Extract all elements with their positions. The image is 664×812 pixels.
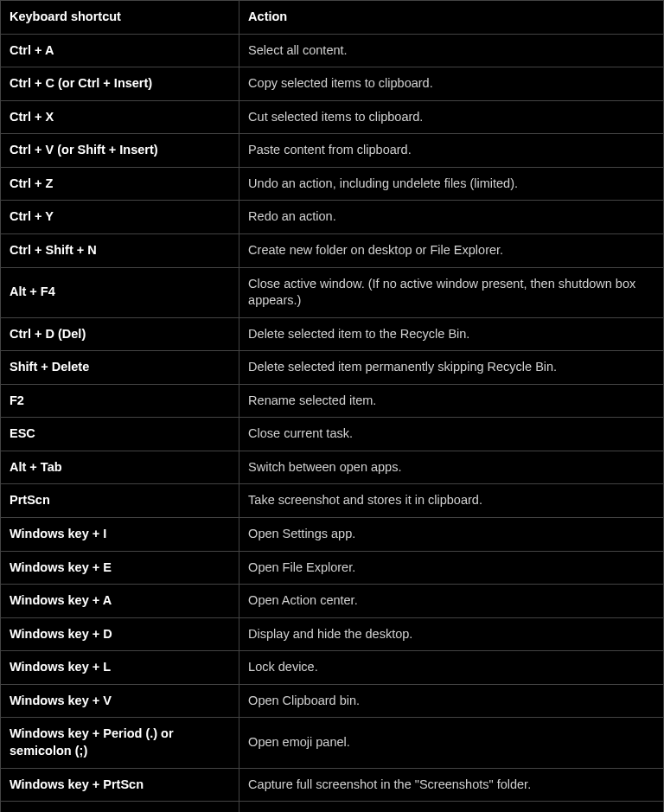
shortcut-cell: Windows key + Shift + S	[1, 802, 239, 812]
shortcut-cell: PrtScn	[1, 484, 239, 518]
shortcut-cell: Windows key + PrtScn	[1, 768, 239, 802]
shortcut-cell: Ctrl + Z	[1, 167, 239, 201]
action-cell: Open Settings app.	[239, 518, 664, 552]
action-cell: Open File Explorer.	[239, 551, 664, 585]
action-cell: Create new folder on desktop or File Exp…	[239, 233, 664, 267]
table-row: ESCClose current task.	[1, 418, 664, 451]
table-row: PrtScnTake screenshot and stores it in c…	[1, 484, 664, 518]
action-cell: Select all content.	[239, 34, 664, 67]
shortcut-cell: Ctrl + Shift + N	[1, 233, 239, 267]
action-cell: Redo an action.	[239, 201, 664, 234]
shortcut-cell: Windows key + A	[1, 585, 239, 618]
shortcut-cell: Ctrl + X	[1, 100, 239, 134]
table-row: F2Rename selected item.	[1, 384, 664, 418]
action-cell: Switch between open apps.	[239, 451, 664, 484]
action-cell: Take screenshot and stores it in clipboa…	[239, 484, 664, 518]
action-cell: Cut selected items to clipboard.	[239, 100, 664, 134]
action-cell: Capture full screenshot in the "Screensh…	[239, 768, 664, 802]
action-cell: Open emoji panel.	[239, 718, 664, 768]
action-cell: Delete selected item to the Recycle Bin.	[239, 317, 664, 351]
shortcut-cell: Shift + Delete	[1, 351, 239, 385]
shortcut-cell: Windows key + Period (.) or semicolon (;…	[1, 718, 239, 768]
action-cell: Capture part of the screen with Snip & S…	[239, 802, 664, 812]
table-row: Alt + TabSwitch between open apps.	[1, 451, 664, 484]
shortcut-cell: ESC	[1, 418, 239, 451]
table-row: Shift + DeleteDelete selected item perma…	[1, 351, 664, 385]
action-cell: Close active window. (If no active windo…	[239, 267, 664, 317]
action-cell: Paste content from clipboard.	[239, 134, 664, 168]
shortcut-cell: Windows key + D	[1, 617, 239, 651]
shortcut-cell: Ctrl + D (Del)	[1, 317, 239, 351]
table-row: Windows key + Period (.) or semicolon (;…	[1, 718, 664, 768]
table-row: Ctrl + Shift + NCreate new folder on des…	[1, 233, 664, 267]
shortcut-cell: Windows key + I	[1, 518, 239, 552]
table-row: Windows key + DDisplay and hide the desk…	[1, 617, 664, 651]
shortcut-cell: Alt + F4	[1, 267, 239, 317]
action-cell: Delete selected item permanently skippin…	[239, 351, 664, 385]
action-cell: Display and hide the desktop.	[239, 617, 664, 651]
shortcut-cell: Windows key + E	[1, 551, 239, 585]
table-row: Ctrl + D (Del)Delete selected item to th…	[1, 317, 664, 351]
table-row: Windows key + PrtScnCapture full screens…	[1, 768, 664, 802]
table-row: Ctrl + XCut selected items to clipboard.	[1, 100, 664, 134]
shortcut-cell: F2	[1, 384, 239, 418]
action-cell: Open Clipboard bin.	[239, 684, 664, 718]
shortcut-cell: Ctrl + A	[1, 34, 239, 67]
action-cell: Close current task.	[239, 418, 664, 451]
action-cell: Lock device.	[239, 651, 664, 685]
table-header-row: Keyboard shortcut Action	[1, 1, 664, 35]
shortcut-cell: Ctrl + V (or Shift + Insert)	[1, 134, 239, 168]
table-row: Windows key + Shift + SCapture part of t…	[1, 802, 664, 812]
shortcut-cell: Ctrl + Y	[1, 201, 239, 234]
header-action: Action	[239, 1, 664, 35]
action-cell: Open Action center.	[239, 585, 664, 618]
table-row: Ctrl + ZUndo an action, including undele…	[1, 167, 664, 201]
table-body: Ctrl + ASelect all content.Ctrl + C (or …	[1, 34, 664, 812]
shortcuts-table: Keyboard shortcut Action Ctrl + ASelect …	[0, 0, 664, 812]
header-shortcut: Keyboard shortcut	[1, 1, 239, 35]
table-row: Windows key + EOpen File Explorer.	[1, 551, 664, 585]
table-row: Windows key + LLock device.	[1, 651, 664, 685]
shortcut-cell: Windows key + V	[1, 684, 239, 718]
table-row: Alt + F4Close active window. (If no acti…	[1, 267, 664, 317]
table-row: Ctrl + V (or Shift + Insert)Paste conten…	[1, 134, 664, 168]
action-cell: Copy selected items to clipboard.	[239, 67, 664, 101]
action-cell: Undo an action, including undelete files…	[239, 167, 664, 201]
shortcut-cell: Alt + Tab	[1, 451, 239, 484]
shortcut-cell: Ctrl + C (or Ctrl + Insert)	[1, 67, 239, 101]
action-cell: Rename selected item.	[239, 384, 664, 418]
table-row: Windows key + AOpen Action center.	[1, 585, 664, 618]
table-row: Windows key + VOpen Clipboard bin.	[1, 684, 664, 718]
table-row: Ctrl + YRedo an action.	[1, 201, 664, 234]
table-row: Ctrl + C (or Ctrl + Insert)Copy selected…	[1, 67, 664, 101]
shortcut-cell: Windows key + L	[1, 651, 239, 685]
table-row: Windows key + IOpen Settings app.	[1, 518, 664, 552]
table-row: Ctrl + ASelect all content.	[1, 34, 664, 67]
